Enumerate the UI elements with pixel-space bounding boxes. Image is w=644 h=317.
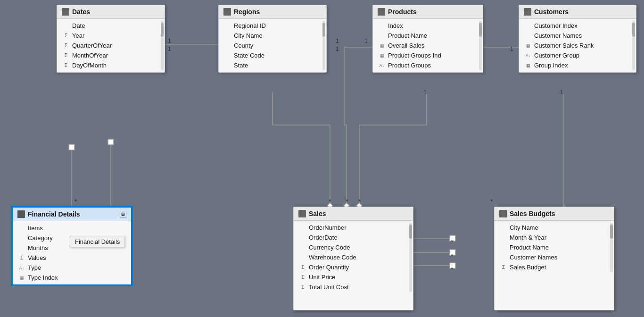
table-row[interactable]: Σ QuarterOfYear: [57, 41, 165, 50]
sales-budgets-table-body: City Name Month & Year Product Name Cust…: [495, 221, 614, 274]
table-row[interactable]: Warehouse Code: [294, 252, 413, 262]
table-row[interactable]: Σ Values: [13, 253, 131, 263]
financial-details-table-header: Financial Details ⊞: [13, 208, 131, 221]
svg-text:1: 1: [336, 38, 339, 44]
table-row[interactable]: Month & Year: [495, 233, 614, 242]
field-icon: [224, 42, 231, 49]
table-row[interactable]: Product Name: [373, 31, 483, 41]
field-name: Product Name: [510, 244, 549, 251]
dates-table[interactable]: Dates Date Σ Year Σ QuarterOfYear Σ Mont…: [57, 5, 165, 73]
products-table-icon: [378, 8, 385, 16]
table-row[interactable]: Customer Index: [519, 21, 636, 31]
expand-icon[interactable]: ⊞: [120, 211, 126, 217]
products-table[interactable]: Products Index Product Name ▦ Overall Sa…: [372, 5, 483, 73]
field-name: Month & Year: [510, 234, 546, 241]
table-row[interactable]: Σ Order Quantity: [294, 262, 413, 272]
table-row[interactable]: Index: [373, 21, 483, 31]
field-name: City Name: [510, 224, 538, 231]
field-name: Index: [388, 22, 403, 29]
regions-table-title: Regions: [234, 8, 260, 16]
customers-table-header: Customers: [519, 5, 636, 19]
svg-text:1: 1: [168, 46, 171, 52]
sales-budgets-table[interactable]: Sales Budgets City Name Month & Year Pro…: [494, 207, 614, 310]
field-icon: [18, 225, 25, 232]
table-row[interactable]: Items: [13, 223, 131, 233]
table-icon: ▦: [379, 42, 385, 49]
field-name: DayOfMonth: [72, 62, 107, 69]
table-row[interactable]: A↓ Product Groups: [373, 60, 483, 70]
field-icon: [18, 235, 25, 242]
field-icon: [224, 62, 231, 69]
dates-table-icon: [62, 8, 69, 16]
table-row[interactable]: Σ DayOfMonth: [57, 60, 165, 70]
table-row[interactable]: Σ Total Unit Cost: [294, 282, 413, 292]
svg-text:*: *: [451, 266, 454, 273]
sigma-icon: Σ: [299, 274, 306, 281]
table-row[interactable]: Currency Code: [294, 242, 413, 252]
field-icon: [379, 23, 385, 29]
field-icon: [500, 234, 507, 241]
field-name: Type Index: [28, 274, 58, 281]
sigma-icon: Σ: [63, 62, 69, 69]
table-row[interactable]: ▦ Type Index: [13, 273, 131, 283]
field-name: Customer Names: [534, 32, 582, 39]
financial-details-table-title: Financial Details: [28, 210, 80, 218]
field-icon: [299, 234, 306, 241]
table-row[interactable]: Customer Names: [495, 252, 614, 262]
table-row[interactable]: City Name: [495, 223, 614, 233]
table-row[interactable]: Customer Names: [519, 31, 636, 41]
field-name: Currency Code: [309, 244, 350, 251]
regions-table-header: Regions: [219, 5, 326, 19]
field-icon: [224, 23, 231, 29]
field-name: Customer Sales Rank: [534, 42, 594, 49]
table-row[interactable]: Σ MonthOfYear: [57, 50, 165, 60]
field-icon: [299, 225, 306, 231]
svg-text:1: 1: [336, 46, 339, 52]
table-row[interactable]: OrderDate: [294, 233, 413, 242]
field-name: OrderDate: [309, 234, 338, 241]
field-name: City Name: [234, 32, 263, 39]
svg-text:*: *: [451, 238, 454, 246]
customers-table[interactable]: Customers Customer Index Customer Names …: [519, 5, 636, 73]
table-row[interactable]: Regional ID: [219, 21, 326, 31]
sigma-icon: Σ: [63, 52, 69, 59]
table-row[interactable]: Σ Sales Budget: [495, 262, 614, 272]
table-row[interactable]: ▦ Group Index: [519, 60, 636, 70]
table-row[interactable]: County: [219, 41, 326, 50]
table-row[interactable]: State: [219, 60, 326, 70]
field-name: State Code: [234, 52, 264, 59]
table-row[interactable]: Date: [57, 21, 165, 31]
table-row[interactable]: ▦ Customer Sales Rank: [519, 41, 636, 50]
field-name: QuarterOfYear: [72, 42, 112, 49]
table-row[interactable]: A↓ Type: [13, 263, 131, 273]
table-row[interactable]: ▦ Product Groups Ind: [373, 50, 483, 60]
table-row[interactable]: City Name: [219, 31, 326, 41]
svg-text:*: *: [346, 198, 348, 205]
table-row[interactable]: A↓ Customer Group: [519, 50, 636, 60]
sigma-icon: Σ: [18, 255, 25, 261]
az-icon: A↓: [379, 62, 385, 69]
financial-details-table-body: Items Category Months Σ Values A↓ Type ▦…: [13, 221, 131, 284]
svg-text:1: 1: [423, 89, 427, 96]
field-name: Months: [28, 244, 48, 251]
table-row[interactable]: ▦ Overall Sales: [373, 41, 483, 50]
field-name: Warehouse Code: [309, 254, 356, 261]
table-row[interactable]: Σ Year: [57, 31, 165, 41]
sales-budgets-table-icon: [499, 210, 507, 217]
table-row[interactable]: Product Name: [495, 242, 614, 252]
products-table-body: Index Product Name ▦ Overall Sales ▦ Pro…: [373, 19, 483, 72]
sales-table[interactable]: Sales OrderNumber OrderDate Currency Cod…: [293, 207, 413, 310]
regions-table[interactable]: Regions Regional ID City Name County Sta…: [218, 5, 327, 73]
field-icon: [224, 33, 231, 39]
svg-rect-28: [450, 250, 455, 255]
table-row[interactable]: Σ Unit Price: [294, 272, 413, 282]
field-name: Year: [72, 32, 84, 39]
field-name: Items: [28, 225, 43, 232]
table-row[interactable]: State Code: [219, 50, 326, 60]
field-name: Group Index: [534, 62, 568, 69]
table-icon: ▦: [18, 275, 25, 281]
field-name: Unit Price: [309, 274, 335, 281]
customers-table-icon: [524, 8, 531, 16]
svg-text:*: *: [74, 198, 77, 205]
table-row[interactable]: OrderNumber: [294, 223, 413, 233]
